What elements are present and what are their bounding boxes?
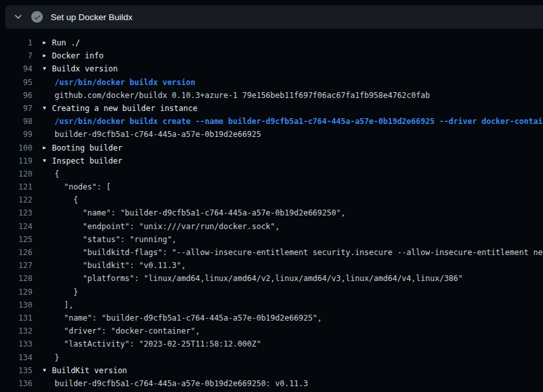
log-line: 98/usr/bin/docker buildx create --name b… [0, 115, 543, 128]
log-output-text: "buildkitd-flags": "--allow-insecure-ent… [43, 246, 543, 259]
line-number[interactable]: 96 [0, 89, 32, 102]
log-line: 124 "endpoint": "unix:///var/run/docker.… [0, 220, 543, 233]
line-number[interactable]: 98 [0, 115, 32, 128]
log-group-title[interactable]: BuildKit version [52, 364, 127, 377]
collapse-arrow-icon: ▼ [43, 102, 52, 115]
expand-arrow-icon: ▶ [43, 36, 52, 49]
line-number[interactable]: 124 [0, 220, 32, 233]
log-line: 120{ [0, 167, 543, 180]
log-line: 119▼Inspect builder [0, 154, 543, 167]
log-line: 135▼BuildKit version [0, 364, 543, 377]
log-line: 7▶Docker info [0, 49, 543, 62]
line-number[interactable]: 126 [0, 246, 32, 259]
line-number[interactable]: 131 [0, 312, 32, 325]
log-group-title[interactable]: Inspect builder [52, 154, 122, 167]
log-line: 95/usr/bin/docker buildx version [0, 76, 543, 89]
log-command-text: /usr/bin/docker buildx create --name bui… [43, 115, 543, 128]
log-line: 133 "lastActivity": "2023-02-25T11:58:12… [0, 337, 543, 350]
log-output-text: "endpoint": "unix:///var/run/docker.sock… [43, 220, 280, 233]
log-output-text: builder-d9cfb5a1-c764-445a-a57e-0b19d2e6… [43, 377, 308, 390]
log-output-text: "name": "builder-d9cfb5a1-c764-445a-a57e… [43, 312, 322, 325]
log-line: 136builder-d9cfb5a1-c764-445a-a57e-0b19d… [0, 377, 543, 390]
log-output-text: "status": "running", [43, 233, 177, 246]
log-output-text: "buildkit": "v0.11.3", [43, 259, 186, 272]
collapse-arrow-icon: ▼ [43, 62, 52, 75]
log-output-text: github.com/docker/buildx 0.10.3+azure-1 … [43, 89, 430, 102]
line-number[interactable]: 100 [0, 141, 32, 154]
line-number[interactable]: 128 [0, 272, 32, 285]
log-output-text: "name": "builder-d9cfb5a1-c764-445a-a57e… [43, 206, 346, 219]
step-title: Set up Docker Buildx [51, 12, 133, 22]
log-line: 128 "platforms": "linux/amd64,linux/amd6… [0, 272, 543, 285]
line-number[interactable]: 7 [0, 49, 32, 62]
line-number[interactable]: 132 [0, 325, 32, 337]
log-group-title[interactable]: Run ./ [52, 36, 80, 49]
step-header-bar[interactable]: Set up Docker Buildx [5, 5, 543, 29]
log-output-text: } [43, 351, 59, 364]
log-output-text: "driver": "docker-container", [43, 325, 200, 337]
line-number[interactable]: 135 [0, 364, 32, 377]
line-number[interactable]: 133 [0, 337, 32, 350]
line-number[interactable]: 129 [0, 286, 32, 299]
log-command-text: /usr/bin/docker buildx version [43, 76, 196, 89]
log-group-title[interactable]: Booting builder [52, 141, 122, 154]
line-number[interactable]: 95 [0, 76, 32, 89]
line-number[interactable]: 119 [0, 154, 32, 167]
chevron-down-icon [13, 12, 23, 22]
line-number[interactable]: 99 [0, 128, 32, 141]
log-output-text: } [43, 286, 78, 299]
log-line: 97▼Creating a new builder instance [0, 102, 543, 115]
collapse-arrow-icon: ▼ [43, 154, 52, 167]
log-line: 127 "buildkit": "v0.11.3", [0, 259, 543, 272]
line-number[interactable]: 120 [0, 167, 32, 180]
log-line: 131 "name": "builder-d9cfb5a1-c764-445a-… [0, 312, 543, 325]
log-output-text: ], [43, 299, 73, 312]
line-number[interactable]: 1 [0, 36, 32, 49]
log-line: 121 "nodes": [ [0, 180, 543, 193]
log-output-text: builder-d9cfb5a1-c764-445a-a57e-0b19d2e6… [43, 128, 261, 141]
log-group-title[interactable]: Creating a new builder instance [52, 102, 197, 115]
expand-arrow-icon: ▶ [43, 141, 52, 154]
line-number[interactable]: 125 [0, 233, 32, 246]
log-line: 94▼Buildx version [0, 62, 543, 75]
log-output-text: "nodes": [ [43, 180, 111, 193]
log-line: 96github.com/docker/buildx 0.10.3+azure-… [0, 89, 543, 102]
line-number[interactable]: 127 [0, 259, 32, 272]
log-output-text: { [43, 167, 59, 180]
log-group-title[interactable]: Docker info [52, 49, 103, 62]
log-line: 122 { [0, 193, 543, 206]
collapse-arrow-icon: ▼ [43, 364, 52, 377]
line-number[interactable]: 134 [0, 351, 32, 364]
line-number[interactable]: 94 [0, 62, 32, 75]
expand-arrow-icon: ▶ [43, 49, 52, 62]
log-line: 134} [0, 351, 543, 364]
line-number[interactable]: 121 [0, 180, 32, 193]
log-line: 100▶Booting builder [0, 141, 543, 154]
log-line: 123 "name": "builder-d9cfb5a1-c764-445a-… [0, 206, 543, 219]
log-line: 132 "driver": "docker-container", [0, 325, 543, 337]
log-output-text: { [43, 193, 78, 206]
line-number[interactable]: 136 [0, 377, 32, 390]
line-number[interactable]: 123 [0, 206, 32, 219]
status-check-icon [31, 11, 43, 23]
line-number[interactable]: 122 [0, 193, 32, 206]
log-line: 130 ], [0, 299, 543, 312]
log-line: 129 } [0, 286, 543, 299]
log-line: 125 "status": "running", [0, 233, 543, 246]
log-output-text: "lastActivity": "2023-02-25T11:58:12.000… [43, 337, 261, 350]
line-number[interactable]: 130 [0, 299, 32, 312]
log-group-title[interactable]: Buildx version [52, 62, 118, 75]
log-line: 99builder-d9cfb5a1-c764-445a-a57e-0b19d2… [0, 128, 543, 141]
log-output-text: "platforms": "linux/amd64,linux/amd64/v2… [43, 272, 463, 285]
log-line: 1▶Run ./ [0, 36, 543, 49]
line-number[interactable]: 97 [0, 102, 32, 115]
log-line: 126 "buildkitd-flags": "--allow-insecure… [0, 246, 543, 259]
log-output-area: 1▶Run ./7▶Docker info94▼Buildx version95… [0, 29, 543, 392]
